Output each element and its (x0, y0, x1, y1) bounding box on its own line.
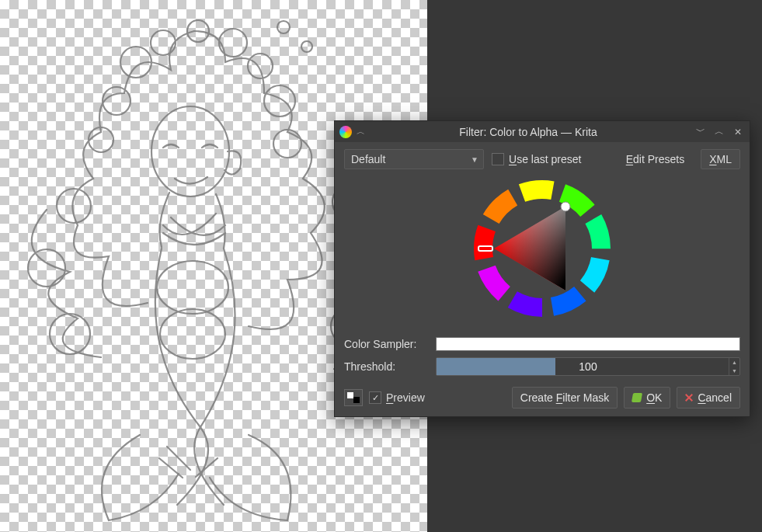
edit-presets-button[interactable]: Edit Presets (618, 149, 693, 169)
create-filter-mask-button[interactable]: Create Filter Mask (512, 387, 618, 409)
threshold-label: Threshold: (344, 360, 430, 373)
svg-point-2 (151, 30, 176, 55)
color-sampler-swatch[interactable] (436, 337, 740, 351)
checkbox-icon: ✓ (369, 391, 381, 404)
svg-point-6 (264, 85, 295, 116)
checkbox-icon (492, 153, 504, 165)
maximize-button[interactable]: ︿ (712, 125, 726, 139)
xml-button[interactable]: XML (701, 149, 740, 169)
color-sampler-label: Color Sampler: (344, 338, 430, 350)
preset-combo-value: Default (351, 153, 385, 165)
svg-point-5 (248, 54, 273, 78)
threshold-spinner[interactable]: ▲ ▼ (729, 358, 739, 375)
svg-point-0 (151, 106, 229, 196)
dialog-titlebar[interactable]: ︿ Filter: Color to Alpha — Krita ﹀ ︿ ✕ (335, 121, 750, 142)
dialog-footer: ✓ Preview Create Filter Mask OK Cancel (335, 381, 750, 416)
svg-point-7 (103, 87, 130, 115)
ok-icon (632, 393, 642, 402)
svg-point-8 (89, 127, 113, 152)
svg-point-10 (277, 21, 290, 33)
svg-point-15 (28, 249, 65, 287)
threshold-slider[interactable]: 100 ▲ ▼ (436, 357, 740, 376)
ok-button[interactable]: OK (624, 387, 670, 409)
dialog-toolbar: Default ▼ Use last preset Edit Presets X… (335, 142, 750, 174)
svg-point-13 (160, 309, 225, 359)
filter-fields: Color Sampler: Threshold: 100 ▲ ▼ (335, 332, 750, 381)
chevron-down-icon[interactable]: ▼ (729, 367, 739, 375)
chevron-up-icon[interactable]: ▲ (729, 358, 739, 367)
svg-marker-31 (494, 207, 565, 290)
svg-point-1 (120, 47, 151, 78)
preview-checkbox[interactable]: ✓ Preview (369, 391, 425, 404)
svg-point-16 (50, 314, 90, 354)
threshold-value: 100 (437, 360, 739, 373)
cancel-button[interactable]: Cancel (677, 387, 740, 409)
svg-point-4 (219, 29, 247, 57)
color-wheel-icon (472, 179, 612, 318)
picker-cursor-icon (561, 202, 570, 211)
krita-logo-icon (339, 126, 352, 138)
close-button[interactable]: ✕ (731, 125, 745, 139)
svg-point-14 (57, 189, 91, 223)
cancel-icon (685, 394, 693, 402)
svg-point-11 (301, 41, 312, 52)
preset-combo[interactable]: Default ▼ (344, 149, 484, 169)
filter-dialog: ︿ Filter: Color to Alpha — Krita ﹀ ︿ ✕ D… (334, 120, 750, 417)
svg-point-9 (273, 130, 301, 158)
collapse-chevrons-icon[interactable]: ︿ (357, 126, 363, 137)
chevron-down-icon: ▼ (471, 155, 478, 164)
minimize-button[interactable]: ﹀ (694, 125, 708, 139)
preview-overlay-icon[interactable] (344, 389, 363, 406)
svg-point-12 (157, 261, 228, 314)
svg-point-3 (187, 20, 209, 42)
use-last-preset-checkbox[interactable]: Use last preset (492, 153, 581, 165)
dialog-title: Filter: Color to Alpha — Krita (367, 126, 689, 138)
color-picker[interactable] (335, 174, 750, 332)
